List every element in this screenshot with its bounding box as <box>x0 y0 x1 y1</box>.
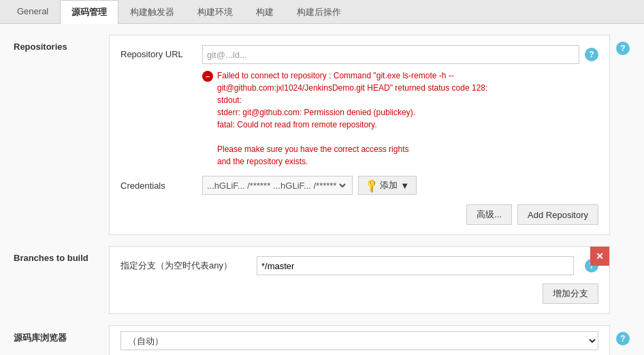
repo-url-field-wrap: ? – Failed to connect to repository : Co… <box>202 45 598 168</box>
error-icon: – <box>202 71 213 82</box>
repositories-label: Repositories <box>14 35 109 52</box>
key-icon: 🔑 <box>364 177 379 193</box>
repo-buttons-row: 高级... Add Repository <box>120 204 598 225</box>
credentials-row: Credentials ...hGLiF... /****** ...hGLiF… <box>120 176 598 195</box>
repositories-section: Repositories Repository URL ? – Failed <box>14 35 630 235</box>
tab-environment[interactable]: 构建环境 <box>186 0 244 24</box>
browser-help-icon[interactable]: ? <box>616 332 630 345</box>
branches-section: Branches to build ✕ 指定分支（为空时代表any） ? 增加分… <box>14 246 630 314</box>
browser-help-wrap: ? <box>610 325 630 345</box>
tab-bar: General 源码管理 构建触发器 构建环境 构建 构建后操作 <box>0 0 644 24</box>
repo-url-input[interactable] <box>202 45 579 64</box>
dropdown-arrow-icon: ▼ <box>400 181 409 191</box>
advanced-button[interactable]: 高级... <box>466 204 512 225</box>
credentials-value: ...hGLiF... /****** <box>207 181 270 191</box>
credentials-select[interactable]: ...hGLiF... /****** ...hGLiF... /****** <box>202 176 353 195</box>
repo-url-help-icon[interactable]: ? <box>585 48 598 61</box>
close-branch-button[interactable]: ✕ <box>590 247 609 266</box>
main-content: Repositories Repository URL ? – Failed <box>0 24 644 355</box>
branch-input-wrap: ? <box>257 256 598 275</box>
error-block: – Failed to connect to repository : Comm… <box>202 70 598 168</box>
branches-help-wrap <box>610 246 630 253</box>
repositories-help-icon[interactable]: ? <box>616 42 630 55</box>
credentials-controls: ...hGLiF... /****** ...hGLiF... /****** … <box>202 176 417 195</box>
repositories-help-wrap: ? <box>610 35 630 55</box>
add-repository-button[interactable]: Add Repository <box>517 204 598 225</box>
repositories-body: Repository URL ? – Failed to connect to … <box>109 35 610 235</box>
repo-url-label: Repository URL <box>120 45 202 59</box>
tab-build[interactable]: 构建 <box>244 0 285 24</box>
branches-label: Branches to build <box>14 246 109 263</box>
tab-source[interactable]: 源码管理 <box>60 0 118 24</box>
tab-post-build[interactable]: 构建后操作 <box>285 0 353 24</box>
repo-url-row: Repository URL ? – Failed to connect to … <box>120 45 598 168</box>
browser-body: （自动） <box>109 325 610 355</box>
error-text: Failed to connect to repository : Comman… <box>217 70 487 168</box>
branch-input[interactable] <box>257 256 574 275</box>
url-input-row: ? <box>202 45 598 64</box>
tab-triggers[interactable]: 构建触发器 <box>118 0 186 24</box>
add-credentials-label: 添加 <box>380 179 398 191</box>
branches-body: ✕ 指定分支（为空时代表any） ? 增加分支 <box>109 246 610 314</box>
branch-field-row: 指定分支（为空时代表any） ? <box>120 256 598 275</box>
browser-select[interactable]: （自动） <box>120 331 598 350</box>
credentials-label: Credentials <box>120 181 202 191</box>
browser-section: 源码库浏览器 （自动） ? <box>14 325 630 355</box>
browser-label: 源码库浏览器 <box>14 325 109 344</box>
branch-field-label: 指定分支（为空时代表any） <box>120 260 250 272</box>
add-branch-row: 增加分支 <box>120 283 598 304</box>
credentials-dropdown[interactable]: ...hGLiF... /****** <box>270 180 348 191</box>
add-branch-button[interactable]: 增加分支 <box>543 283 598 304</box>
add-credentials-button[interactable]: 🔑 添加 ▼ <box>358 176 417 195</box>
tab-general[interactable]: General <box>5 0 60 24</box>
